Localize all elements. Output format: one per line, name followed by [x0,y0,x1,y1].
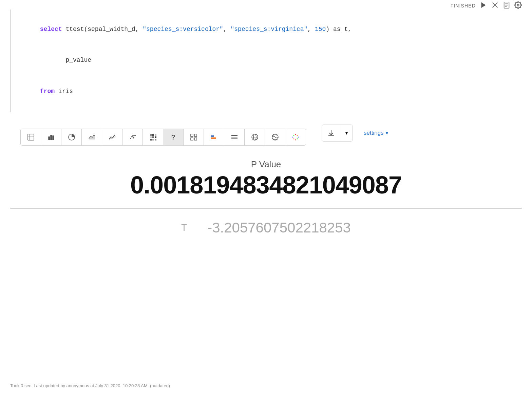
download-chevron-button[interactable]: ▾ [340,125,353,141]
chart-btn-bar[interactable] [41,129,61,145]
chart-btn-bar2[interactable] [204,129,224,145]
svg-marker-0 [481,2,486,8]
status-toolbar: FINISHED [451,1,522,10]
svg-point-50 [293,138,294,139]
code-table: iris [55,88,73,95]
results-area: P Value 0.0018194834821049087 [0,159,532,199]
code-num: 150 [315,26,326,33]
svg-rect-30 [191,134,193,136]
chart-btn-heatmap[interactable] [143,129,163,145]
chart-btn-area[interactable] [82,129,102,145]
svg-point-47 [293,135,294,136]
results-divider [10,208,522,209]
footer: Took 0 sec. Last updated by anonymous at… [0,378,532,393]
settings-chevron-icon: ▾ [386,130,388,136]
svg-rect-22 [152,134,154,136]
svg-point-17 [131,136,133,137]
code-comma2: , [307,26,315,33]
footer-text: Took 0 sec. Last updated by anonymous at… [10,383,170,388]
svg-point-7 [517,4,519,6]
svg-point-43 [295,134,296,135]
settings-button[interactable]: settings ▾ [358,125,394,141]
chevron-down-icon: ▾ [345,130,348,136]
t-label: T [181,222,187,233]
svg-point-16 [130,138,131,139]
svg-rect-8 [28,134,34,140]
svg-point-49 [297,135,298,136]
svg-point-44 [295,139,296,141]
settings-icon[interactable] [514,1,522,10]
p-value-label: P Value [251,159,281,170]
chart-btn-unknown[interactable]: ? [163,129,184,145]
chart-btn-globe1[interactable] [245,129,265,145]
stop-button[interactable] [491,1,499,10]
svg-rect-11 [49,137,50,140]
code-line-3: from iris [18,76,515,107]
svg-point-46 [298,137,299,138]
t-value: -3.2057607502218253 [207,220,351,236]
svg-rect-31 [194,134,197,136]
svg-point-19 [134,135,136,136]
t-value-row: T -3.2057607502218253 [0,220,532,236]
code-str2: "species_s:virginica" [231,26,308,33]
chart-btn-scatter[interactable] [122,129,143,145]
p-value-number: 0.0018194834821049087 [130,171,402,199]
chart-btn-line[interactable] [102,129,122,145]
main-container: FINISHED [0,0,532,393]
code-fn: ttest(sepal_width_d, [62,26,143,33]
svg-rect-34 [211,135,214,137]
chart-btn-globe2[interactable] [265,129,285,145]
document-icon[interactable] [503,1,510,10]
svg-point-18 [133,137,134,138]
svg-rect-32 [191,138,193,140]
chart-toolbar-row: ? [10,120,522,146]
svg-rect-29 [155,139,156,141]
question-mark-icon: ? [171,133,175,141]
svg-rect-35 [211,137,216,139]
code-indent: p_value [40,57,91,63]
code-str1: "species_s:versicolor" [142,26,223,33]
chart-btn-grid[interactable] [184,129,204,145]
code-comma1: , [223,26,231,33]
svg-rect-23 [155,134,156,136]
run-button[interactable] [480,1,487,10]
svg-rect-25 [152,136,154,138]
settings-label: settings [364,130,384,136]
svg-rect-27 [150,139,152,141]
svg-rect-21 [150,134,152,136]
svg-rect-28 [152,139,154,141]
svg-rect-33 [194,138,197,140]
svg-rect-13 [53,136,54,140]
keyword-select: select [40,26,62,33]
keyword-from: from [40,88,55,95]
chart-type-toolbar: ? [20,129,306,146]
svg-rect-24 [150,136,152,138]
code-paren: ) as t, [326,26,352,33]
svg-point-45 [292,137,293,138]
chart-btn-align[interactable] [224,129,245,145]
chart-btn-dots[interactable] [285,129,306,145]
finished-label: FINISHED [451,3,476,8]
code-line-1: select ttest(sepal_width_d, "species_s:v… [18,14,515,45]
chart-btn-table[interactable] [21,129,41,145]
code-line-2: p_value [18,45,515,76]
chart-btn-pie[interactable] [61,129,82,145]
svg-point-48 [297,138,298,139]
download-button[interactable] [322,125,340,141]
svg-rect-26 [155,136,156,138]
download-toolbar: ▾ [322,125,353,142]
svg-rect-12 [51,135,52,140]
svg-point-20 [132,135,134,136]
